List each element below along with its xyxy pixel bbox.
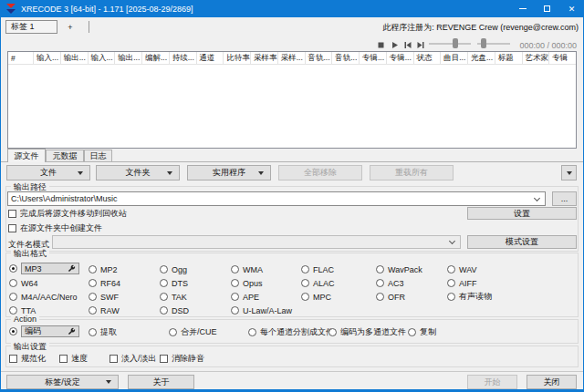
reload-all-button[interactable]: 重载所有: [370, 165, 454, 181]
seek-slider-thumb[interactable]: [453, 38, 458, 48]
radio-alac[interactable]: ALAC: [301, 277, 335, 289]
encode-config-box[interactable]: 编码: [21, 325, 79, 337]
next-track-button[interactable]: [415, 40, 425, 49]
column-header-codec[interactable]: 编解...: [142, 52, 170, 64]
column-header-bitrate[interactable]: 比特率: [224, 52, 251, 64]
column-header-output[interactable]: 输出...: [61, 52, 89, 64]
ape-label: APE: [243, 293, 259, 302]
volume-slider-thumb[interactable]: [481, 38, 486, 48]
stop-button[interactable]: [376, 40, 386, 49]
utility-menu-button[interactable]: 实用程序: [187, 165, 271, 181]
mp3-config-box[interactable]: MP3: [21, 263, 79, 274]
radio-icon: [89, 279, 97, 287]
about-button[interactable]: 关于: [128, 375, 194, 389]
radio-ape[interactable]: APE: [231, 291, 259, 303]
maximize-button[interactable]: [535, 0, 559, 17]
radio-wavpack[interactable]: WavPack: [376, 263, 422, 275]
action-label: Action: [11, 315, 39, 324]
tags-settings-button[interactable]: 标签/设定: [6, 375, 119, 389]
close-window-button[interactable]: ✕: [559, 0, 584, 17]
radio-ogg[interactable]: Ogg: [160, 263, 187, 275]
file-list-body[interactable]: [8, 65, 576, 148]
time-display: 000:00 / 000:00: [516, 41, 577, 50]
tab-source-files[interactable]: 源文件: [7, 149, 46, 162]
settings-button[interactable]: 设置: [467, 207, 577, 220]
column-header-input2[interactable]: 输入...: [89, 52, 116, 64]
radio-wav[interactable]: WAV: [447, 263, 477, 275]
add-tab-button[interactable]: +: [60, 20, 80, 34]
radio-audiobook[interactable]: 有声读物: [447, 291, 492, 303]
filename-pattern-combobox[interactable]: [52, 235, 461, 249]
radio-encode-multichannel[interactable]: 编码为多通道文件: [328, 326, 406, 338]
column-header-track-gain[interactable]: 音轨...: [306, 52, 333, 64]
column-header-title[interactable]: 标题: [495, 52, 523, 64]
column-header-album[interactable]: 专辑: [549, 52, 576, 64]
radio-raw[interactable]: RAW: [89, 304, 120, 316]
folder-menu-button[interactable]: 文件夹: [96, 165, 180, 181]
play-button[interactable]: [390, 40, 400, 49]
radio-mpc[interactable]: MPC: [301, 291, 331, 303]
volume-slider[interactable]: [477, 38, 510, 48]
radio-aiff[interactable]: AIFF: [447, 277, 477, 289]
column-header-duration[interactable]: 持续...: [170, 52, 197, 64]
checkbox-move-to-recycle-label: 完成后将源文件移动到回收站: [20, 208, 127, 220]
radio-copy[interactable]: 复制: [408, 326, 436, 338]
column-header-index[interactable]: #: [8, 52, 34, 64]
radio-ofr[interactable]: OFR: [376, 291, 405, 303]
close-app-button[interactable]: 关闭: [527, 375, 577, 389]
radio-split-per-channel[interactable]: 每个通道分割成文件: [248, 326, 334, 338]
tab-metadata[interactable]: 元数据: [46, 150, 84, 162]
radio-w64[interactable]: W64: [9, 277, 38, 289]
radio-icon: [231, 279, 239, 287]
column-header-channels[interactable]: 通道: [197, 52, 224, 64]
checkbox-move-to-recycle[interactable]: 完成后将源文件移动到回收站: [8, 208, 127, 220]
radio-extract[interactable]: 提取: [89, 326, 117, 338]
radio-merge-cue[interactable]: 合并/CUE: [169, 326, 217, 338]
checkbox-silence-removal[interactable]: 消除静音: [160, 353, 204, 365]
output-path-combobox[interactable]: C:\Users\Administrator\Music: [7, 191, 546, 206]
radio-ulaw-alaw[interactable]: U-Law/A-Law: [231, 304, 292, 316]
radio-encode[interactable]: 编码: [9, 325, 79, 337]
file-menu-button[interactable]: 文件: [6, 165, 90, 181]
checkbox-normalize[interactable]: 规范化: [9, 353, 46, 365]
column-header-samplerate[interactable]: 采样率: [251, 52, 278, 64]
radio-dsd[interactable]: DSD: [160, 304, 189, 316]
column-header-album-peak[interactable]: 专辑...: [387, 52, 414, 64]
column-header-track-no[interactable]: 曲目...: [441, 52, 468, 64]
column-header-album-gain[interactable]: 专辑...: [360, 52, 387, 64]
folder-menu-arrow-icon: [167, 171, 172, 175]
column-header-samplesize[interactable]: 采样...: [278, 52, 306, 64]
column-header-status[interactable]: 状态: [414, 52, 442, 64]
checkbox-fade-in-out[interactable]: 淡入/淡出: [110, 353, 157, 365]
browse-button[interactable]: ...: [552, 191, 577, 206]
document-tab[interactable]: 标签 1: [5, 20, 57, 34]
pattern-settings-button[interactable]: 模式设置: [467, 235, 577, 249]
radio-icon: [160, 265, 168, 273]
start-button[interactable]: 开始: [467, 375, 517, 389]
radio-wma[interactable]: WMA: [231, 263, 263, 275]
remove-all-button[interactable]: 全部移除: [278, 165, 362, 181]
radio-mp3[interactable]: MP3: [9, 263, 79, 274]
radio-flac[interactable]: FLAC: [301, 263, 334, 275]
radio-dts[interactable]: DTS: [160, 277, 188, 289]
seek-slider[interactable]: [429, 38, 471, 48]
checkbox-icon: [110, 355, 118, 363]
column-header-disc-no[interactable]: 光盘...: [468, 52, 495, 64]
more-menu-button[interactable]: [561, 165, 577, 181]
radio-tak[interactable]: TAK: [160, 291, 187, 303]
radio-swf[interactable]: SWF: [89, 291, 119, 303]
radio-mp2[interactable]: MP2: [89, 263, 118, 275]
column-header-artist[interactable]: 艺术家: [523, 52, 550, 64]
tab-log[interactable]: 日志: [84, 150, 112, 162]
radio-ac3[interactable]: AC3: [376, 277, 404, 289]
minimize-button[interactable]: [510, 0, 535, 17]
column-header-input[interactable]: 输入...: [34, 52, 61, 64]
radio-opus[interactable]: Opus: [231, 277, 263, 289]
radio-rf64[interactable]: RF64: [89, 277, 120, 289]
checkbox-speed[interactable]: 速度: [59, 353, 88, 365]
previous-track-button[interactable]: [402, 40, 412, 49]
column-header-output2[interactable]: 输出...: [115, 52, 142, 64]
radio-m4a-aac-nero[interactable]: M4A/AAC/Nero: [9, 291, 78, 303]
column-header-track-peak[interactable]: 音轨...: [332, 52, 360, 64]
checkbox-create-in-source-folder[interactable]: 在源文件夹中创建文件: [8, 222, 102, 234]
